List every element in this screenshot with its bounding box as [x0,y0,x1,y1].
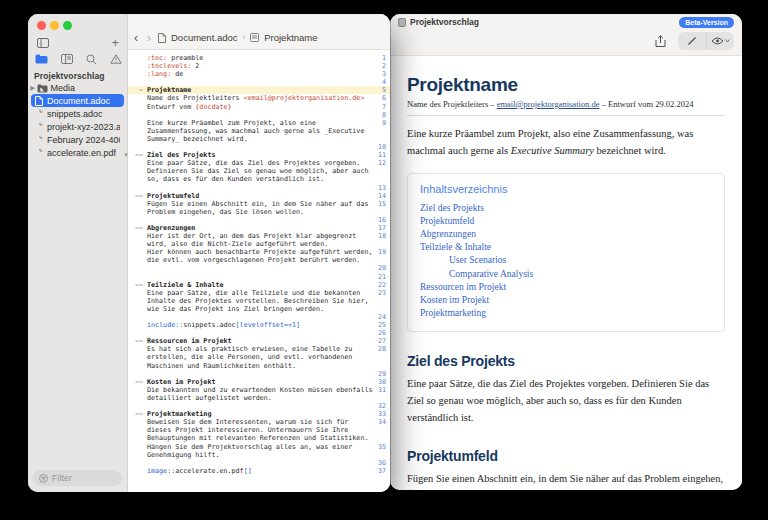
add-file-button[interactable]: + [111,35,119,51]
preview-window: Projektvorschlag Beta-Version Projektnam… [390,14,742,490]
toc-link[interactable]: Comparative Analysis [449,269,533,279]
breadcrumb-section[interactable]: Projektname [264,32,317,43]
editor-pane: ‹ › Document.adoc › Projektname :toc: pr… [128,14,390,492]
code-line[interactable]: ==Projektmarketing33 [128,410,390,418]
code-line[interactable]: 10 [128,143,390,151]
code-line[interactable]: ==Kosten im Projekt30 [128,378,390,386]
code-line[interactable]: ==Projektumfeld14 [128,192,390,200]
code-line[interactable]: 16 [128,216,390,224]
code-line[interactable]: Summary_ bezeichnet wird. [128,135,390,143]
doc-preamble: Eine kurze Präambel zum Projekt, also ei… [407,126,725,160]
code-line[interactable]: dieses Projekt interessieren. Untermauer… [128,426,390,434]
code-line[interactable]: :lang: de3 [128,70,390,78]
code-line[interactable]: wie Sie das Projekt ins Ziel bringen wer… [128,305,390,313]
code-line[interactable]: 13 [128,184,390,192]
code-line[interactable]: ==Ressourcen im Projekt27 [128,337,390,345]
code-line[interactable]: Fügen Sie einen Abschnitt ein, in dem Si… [128,200,390,208]
code-line[interactable]: Maschinen und Räumlichkeiten enthält. [128,362,390,370]
code-line[interactable]: :toclevels: 22 [128,62,390,70]
toc-link[interactable]: Projektmarketing [420,308,486,318]
code-line[interactable]: 8 [128,111,390,119]
forward-button[interactable]: › [145,33,153,43]
code-line[interactable]: Eine paar Sätze, die alle Teilziele und … [128,289,390,297]
warnings-tab-icon[interactable] [110,54,122,65]
code-line[interactable]: :toc: preamble1 [128,54,390,62]
line-number: 16 [373,216,390,224]
code-line[interactable]: 21 [128,273,390,281]
toc-link[interactable]: Ziel des Projekts [420,203,484,213]
code-line[interactable]: 36 [128,459,390,467]
toc-link[interactable]: Projektumfeld [420,216,474,226]
author-email-link[interactable]: email@projektorganisation.de [497,99,600,109]
media-folder-icon [37,84,48,93]
minimize-button[interactable] [50,21,59,30]
source-editor[interactable]: :toc: preamble1:toclevels: 22:lang: de34… [128,51,390,492]
code-line[interactable]: Eine kurze Präambel zum Projekt, also ei… [128,119,390,127]
file-item[interactable]: Document.adoc [31,94,124,107]
toc-link[interactable]: Abgrenzungen [420,229,476,239]
code-line[interactable]: Behauptungen mit relevanten Referenzen u… [128,434,390,442]
code-line[interactable]: Es hat sich als praktisch erwiesen, eine… [128,345,390,353]
code-line[interactable]: wird, also die Nicht-Ziele aufgeführt we… [128,240,390,248]
code-line[interactable]: 24 [128,313,390,321]
zoom-button[interactable] [63,21,72,30]
code-line[interactable]: Entwurf vom {docdate}7 [128,103,390,111]
code-line[interactable]: ==Teilziele & Inhalte22 [128,281,390,289]
code-line[interactable]: 29 [128,370,390,378]
cards-tab-icon[interactable] [61,54,73,65]
beta-version-badge: Beta-Version [679,17,734,28]
code-line[interactable]: die evtl. vom vorgeschlagenen Projekt be… [128,256,390,264]
toc-link[interactable]: Ressourcen im Projekt [420,282,506,292]
code-line[interactable]: Beweisen Sie dem Interessenten, warum si… [128,418,390,426]
edit-mode-button[interactable] [678,32,706,50]
code-line[interactable]: Eine paar Sätze, die das Ziel des Projek… [128,159,390,167]
close-button[interactable] [37,21,46,30]
file-item[interactable]: February 2024-400… [31,133,124,146]
sidebar-toggle-icon[interactable] [37,38,49,48]
rendered-preview[interactable]: Projektname Name des Projektleiters – em… [390,56,742,490]
toc-link[interactable]: User Scenarios [449,255,506,265]
filter-icon [39,474,48,483]
line-number [373,240,390,248]
code-line[interactable]: Name des Projektleiters <email@projektor… [128,94,390,102]
toc-link[interactable]: Teilziele & Inhalte [420,242,491,252]
code-line[interactable]: so, dass es für den Kunden verständlich … [128,175,390,183]
code-line[interactable]: Hier ist der Ort, an dem das Projekt kla… [128,232,390,240]
line-number [373,256,390,264]
view-mode-button[interactable] [706,32,734,50]
code-line[interactable]: Definieren Sie das Ziel so genau woe mög… [128,167,390,175]
code-line[interactable]: 4 [128,78,390,86]
file-label: projekt-xyz-2023.ad… [47,122,120,132]
code-line[interactable]: Inhalte des Projektes vorstellen. Beschr… [128,297,390,305]
code-line[interactable]: 26 [128,329,390,337]
code-line[interactable]: 20 [128,264,390,272]
code-line[interactable]: Hier können auch benachbarte Projekte au… [128,248,390,256]
files-tab-icon[interactable] [35,54,48,65]
chevron-right-icon[interactable]: ▶ [30,84,35,91]
code-line[interactable]: Die bekannten und zu erwartenden Kosten … [128,386,390,394]
code-line[interactable]: Problem eingehen, das Sie lösen wollen. [128,208,390,216]
share-icon[interactable] [655,35,666,48]
search-tab-icon[interactable] [86,54,97,65]
code-line[interactable]: Genehmigung hilft. [128,451,390,459]
back-button[interactable]: ‹ [132,33,140,43]
code-line[interactable]: detailliert aufgelistet werden. [128,394,390,402]
code-line[interactable]: 32 [128,402,390,410]
code-line[interactable]: Zusammenfassung, was machmal auch gerne … [128,127,390,135]
code-line[interactable]: include::snippets.adoc[leveloffset=+1]25 [128,321,390,329]
toc-link[interactable]: Kosten im Projekt [420,295,489,305]
code-line[interactable]: ==Ziel des Projekts11 [128,151,390,159]
code-line[interactable]: Hängen Sie dem Projektvorschlag alles an… [128,443,390,451]
breadcrumb-file[interactable]: Document.adoc [171,32,238,43]
file-item[interactable]: accelerate.en.pdf [31,146,124,159]
file-item[interactable]: snippets.adoc [31,107,124,120]
code-line[interactable]: erstellen, die alle Personen, und evtl. … [128,353,390,361]
proxy-document-icon [398,18,406,27]
code-line[interactable]: ==Abgrenzungen17 [128,224,390,232]
code-line[interactable]: =Projektname5 [128,86,390,94]
code-line[interactable]: image::accelerate.en.pdf[]37 [128,467,390,475]
line-number [373,426,390,434]
sidebar-item-media[interactable]: ▶ Media [30,83,75,93]
filter-input[interactable]: Filter [33,470,122,486]
file-item[interactable]: projekt-xyz-2023.ad… [31,120,124,133]
